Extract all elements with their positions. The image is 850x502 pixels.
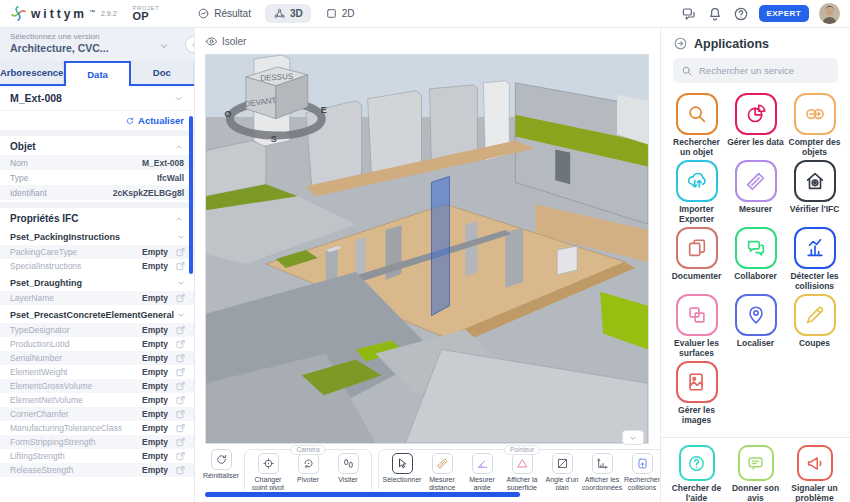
property-label: ManufacturingToleranceClass — [10, 423, 122, 433]
toolbar-button[interactable]: Mesurer angle — [462, 453, 502, 490]
viewer-toolbar: Réinitialiser Caméra Changer point pivot… — [195, 444, 660, 490]
application-tile[interactable]: Importer Exporter — [668, 160, 725, 224]
edit-property-icon[interactable] — [175, 409, 186, 420]
isolate-button[interactable]: Isoler — [205, 35, 246, 48]
viewer-topbar: Isoler — [195, 28, 660, 54]
application-tile[interactable]: Collaborer — [727, 227, 784, 291]
application-tile[interactable]: Mesurer — [727, 160, 784, 224]
toolbar-button[interactable]: Sélectionner — [382, 453, 422, 490]
edit-property-icon[interactable] — [175, 381, 186, 392]
sidebar-tab[interactable]: Doc — [131, 61, 194, 84]
toolbar-button[interactable]: Afficher la superficie — [502, 453, 542, 490]
edit-property-icon[interactable] — [175, 325, 186, 336]
canvas-3d[interactable]: DESSUS DEVANT S E O — [205, 54, 649, 444]
application-tile[interactable]: Documenter — [668, 227, 725, 291]
application-tile[interactable]: Localiser — [727, 294, 784, 358]
toolbar-button[interactable]: Angle d'un plan — [542, 453, 582, 490]
application-tile[interactable]: Donner son avis — [727, 445, 784, 502]
viewer-hscroll-thumb[interactable] — [205, 492, 520, 497]
notifications-bell-icon[interactable] — [707, 6, 723, 22]
property-label: Nom — [10, 158, 28, 168]
ifc-property-row: ReleaseStrength Empty — [0, 463, 194, 477]
project-block[interactable]: PROJET OP — [133, 5, 160, 22]
sidebar-scrollbar-thumb[interactable] — [189, 116, 193, 274]
messages-icon[interactable] — [681, 6, 697, 22]
brand-logo[interactable]: wittym ™ 2.9.2 — [10, 5, 117, 22]
toolbar-button[interactable]: Afficher les coordonnées — [582, 453, 622, 490]
edit-property-icon[interactable] — [175, 395, 186, 406]
sidebar-collapse-button[interactable] — [185, 36, 195, 53]
edit-property-icon[interactable] — [175, 437, 186, 448]
toolbar-collapse-button[interactable] — [622, 430, 644, 445]
help-icon[interactable] — [733, 6, 749, 22]
brand-trademark: ™ — [89, 9, 95, 15]
application-tile[interactable]: Gérer les data — [727, 93, 784, 157]
viewer-hscroll-track — [195, 490, 660, 502]
refresh-link[interactable]: Actualiser — [0, 111, 194, 136]
ifc-group-header[interactable]: Pset_PrecastConcreteElementGeneral — [0, 305, 194, 323]
property-value: Empty — [142, 247, 168, 257]
toolbar-reset-button[interactable]: Réinitialiser — [201, 449, 241, 480]
ifc-group-title: Pset_PackingInstructions — [10, 232, 120, 242]
application-label: Importer Exporter — [668, 205, 725, 224]
application-label: Signaler un problème — [786, 484, 843, 502]
edit-property-icon[interactable] — [175, 353, 186, 364]
view-mode-tab[interactable]: Résultat — [189, 4, 259, 23]
camera-tool-group: Caméra Changer point pivot Pivoter Visit… — [244, 449, 372, 490]
edit-property-icon[interactable] — [175, 465, 186, 476]
version-selector[interactable]: Sélectionnez une version Architecture, C… — [0, 28, 194, 61]
edit-property-icon[interactable] — [175, 451, 186, 462]
application-tile[interactable]: Vérifier l'IFC — [786, 160, 843, 224]
applications-header: Applications — [661, 28, 850, 56]
service-search-input[interactable] — [699, 65, 830, 76]
edit-property-icon[interactable] — [175, 367, 186, 378]
sidebar-tab[interactable]: Data — [64, 61, 130, 86]
selected-object-header[interactable]: M_Ext-008 — [0, 86, 194, 111]
ifc-section-header[interactable]: Propriétés IFC — [0, 208, 194, 227]
application-tile[interactable]: Compter des objets — [786, 93, 843, 157]
toolbar-button[interactable]: Rechercher collisions — [622, 453, 660, 490]
toolbar-button[interactable]: Visiter — [328, 453, 368, 490]
toolbar-button[interactable]: Mesurer distance — [422, 453, 462, 490]
view-mode-tab[interactable]: 2D — [317, 4, 363, 23]
arrow-right-circle-icon[interactable] — [673, 36, 688, 51]
application-tile[interactable]: Gérer les images — [668, 361, 725, 425]
edit-property-icon[interactable] — [175, 261, 186, 272]
application-tile[interactable]: Chercher de l'aide — [668, 445, 725, 502]
edit-property-icon[interactable] — [175, 293, 186, 304]
applications-grid: Rechercher un objet Gérer les data Compt… — [661, 89, 850, 437]
toolbar-button[interactable]: Changer point pivot — [248, 453, 288, 490]
view-mode-tab[interactable]: 3D — [265, 4, 311, 23]
toolbar-button-label: Visiter — [338, 476, 357, 484]
application-tile[interactable]: Détecter les collisions — [786, 227, 843, 291]
application-icon — [794, 160, 836, 202]
ifc-group-header[interactable]: Pset_PackingInstructions — [0, 227, 194, 245]
application-tile[interactable]: Signaler un problème — [786, 445, 843, 502]
sidebar-tab[interactable]: Arborescence — [0, 61, 64, 84]
app-window: wittym ™ 2.9.2 PROJET OP Résultat 3D 2D — [0, 0, 850, 502]
expert-badge[interactable]: EXPERT — [759, 5, 809, 22]
ifc-group-header[interactable]: Pset_Draughting — [0, 273, 194, 291]
property-label: FormStrippingStrength — [10, 437, 96, 447]
chevron-up-icon — [174, 214, 184, 224]
application-label: Gérer les data — [727, 138, 784, 148]
application-tile[interactable]: Coupes — [786, 294, 843, 358]
avatar[interactable] — [819, 3, 840, 24]
application-icon — [676, 160, 718, 202]
application-label: Détecter les collisions — [786, 272, 843, 291]
edit-property-icon[interactable] — [175, 247, 186, 258]
application-tile[interactable]: Rechercher un objet — [668, 93, 725, 157]
toolbar-button[interactable]: Pivoter — [288, 453, 328, 490]
chevron-down-icon — [176, 278, 186, 288]
edit-property-icon[interactable] — [175, 423, 186, 434]
application-tile[interactable]: Evaluer les surfaces — [668, 294, 725, 358]
object-section-header[interactable]: Objet — [0, 136, 194, 155]
view-mode-tab-icon — [325, 7, 338, 20]
edit-property-icon[interactable] — [175, 339, 186, 350]
sidebar-tab-label: Data — [87, 69, 108, 80]
application-label: Documenter — [672, 272, 722, 282]
service-search[interactable] — [673, 58, 838, 83]
application-icon — [679, 445, 715, 481]
chevron-up-icon — [174, 142, 184, 152]
ifc-groups: Pset_PackingInstructions PackingCareType… — [0, 227, 194, 477]
